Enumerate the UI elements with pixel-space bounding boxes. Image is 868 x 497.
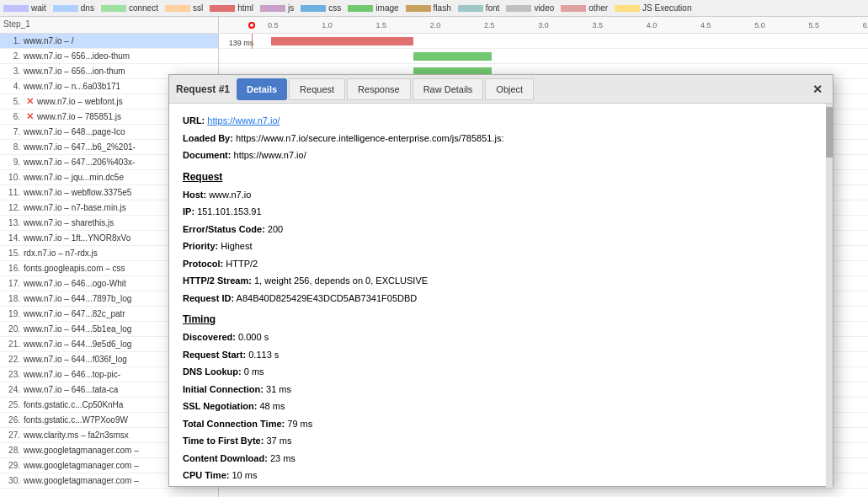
timeline-header: Step_1 0.51.01.52.02.53.03.54.04.55.05.5… — [0, 17, 868, 34]
request-id-value: A84B40D825429E43DCD5AB7341F05DBD — [237, 293, 418, 303]
modal-dialog: Request #1 Details Request Response Raw … — [168, 74, 833, 487]
legend-item-image: image — [348, 3, 398, 13]
legend-color-font — [458, 5, 483, 12]
timeline-ticks: 0.51.01.52.02.53.03.54.04.55.05.56.0 — [219, 17, 868, 33]
legend-color-js — [260, 5, 285, 12]
row-number: 26. — [0, 415, 24, 425]
request-start-line: Request Start: 0.113 s — [183, 348, 819, 362]
timeline-row — [219, 49, 868, 64]
legend-color-html — [210, 5, 235, 12]
legend-color-video — [506, 5, 531, 12]
row-name: www.n7.io – 656...ideo-thum — [24, 51, 218, 61]
url-line: URL: https://www.n7.io/ — [183, 114, 819, 128]
row-number: 29. — [0, 461, 24, 470]
ttfb-value: 37 ms — [266, 436, 291, 446]
row-number: 7. — [0, 127, 24, 136]
legend-label-dns: dns — [81, 3, 94, 13]
total-conn-label: Total Connection Time: — [183, 419, 285, 429]
row-name: www.n7.io – / — [24, 36, 218, 45]
tab-raw-details[interactable]: Raw Details — [413, 78, 484, 100]
legend-item-video: video — [506, 3, 554, 13]
ttfb-label: Time to First Byte: — [183, 436, 264, 446]
loaded-by-label: Loaded By: — [183, 133, 233, 143]
tick-0.5: 0.5 — [268, 21, 279, 29]
request-start-value: 0.113 s — [248, 350, 279, 360]
tick-1.0: 1.0 — [322, 21, 333, 29]
tab-details[interactable]: Details — [237, 78, 287, 100]
legend-label-js: js — [288, 3, 294, 13]
legend-item-html: html — [210, 3, 253, 13]
legend-label-ssl: ssl — [193, 3, 203, 13]
request-start-label: Request Start: — [183, 350, 246, 360]
error-label: Error/Status Code: — [183, 224, 265, 234]
timing-line — [252, 34, 253, 49]
row-number: 2. — [0, 51, 24, 61]
legend-color-css — [301, 5, 326, 12]
url-label: URL: — [183, 115, 205, 126]
legend-color-wait — [3, 5, 29, 12]
list-item[interactable]: 1.www.n7.io – / — [0, 34, 218, 49]
total-conn-line: Total Connection Time: 79 ms — [183, 417, 819, 431]
tick-3.0: 3.0 — [538, 21, 549, 29]
list-item[interactable]: 2.www.n7.io – 656...ideo-thum — [0, 49, 218, 64]
host-value: www.n7.io — [209, 190, 251, 200]
row-number: 20. — [0, 324, 24, 334]
legend-item-css: css — [301, 3, 341, 13]
row-number: 27. — [0, 430, 24, 440]
legend-item-flash: flash — [406, 3, 451, 13]
legend-item-js: js — [260, 3, 294, 13]
step-label: Step_1 — [0, 17, 219, 33]
ssl-line: SSL Negotiation: 48 ms — [183, 399, 819, 414]
row-number: 1. — [0, 36, 24, 45]
request-bar: 139 ms — [271, 37, 414, 45]
host-line: Host: www.n7.io — [183, 188, 819, 202]
request-id-line: Request ID: A84B40D825429E43DCD5AB7341F0… — [183, 291, 819, 306]
priority-label: Priority: — [183, 241, 218, 251]
row-number: 22. — [0, 355, 24, 364]
tick-5.5: 5.5 — [808, 21, 819, 29]
legend-color-image — [348, 5, 373, 12]
tick-1.5: 1.5 — [375, 21, 386, 29]
http2-line: HTTP/2 Stream: 1, weight 256, depends on… — [183, 274, 819, 288]
ip-line: IP: 151.101.153.91 — [183, 205, 819, 219]
timeline-row: 139 ms — [219, 34, 868, 49]
error-icon: ✕ — [24, 96, 35, 108]
modal-body: URL: https://www.n7.io/ Loaded By: https… — [169, 104, 833, 486]
ssl-label: SSL Negotiation: — [183, 401, 257, 411]
row-number: 19. — [0, 309, 24, 318]
start-marker — [248, 22, 255, 29]
modal-close-button[interactable]: ✕ — [809, 81, 826, 98]
host-label: Host: — [183, 190, 206, 200]
tick-4.5: 4.5 — [700, 21, 711, 29]
ssl-value: 48 ms — [259, 401, 285, 411]
error-icon: ✕ — [24, 111, 35, 123]
document-value: https://www.n7.io/ — [234, 150, 306, 160]
legend-label-other: other — [588, 3, 608, 13]
row-number: 16. — [0, 264, 24, 273]
modal-scrollbar-thumb[interactable] — [826, 107, 833, 158]
protocol-label: Protocol: — [183, 259, 223, 269]
request-bar — [413, 52, 492, 61]
discovered-label: Discovered: — [183, 332, 236, 342]
legend-color-ssl — [165, 5, 190, 12]
url-value[interactable]: https://www.n7.io/ — [207, 115, 280, 126]
modal-scrollbar[interactable] — [826, 104, 833, 488]
tab-request[interactable]: Request — [289, 78, 345, 100]
error-line: Error/Status Code: 200 — [183, 222, 819, 237]
row-number: 8. — [0, 142, 24, 152]
initial-conn-value: 31 ms — [266, 384, 291, 394]
legend-label-image: image — [375, 3, 398, 13]
tab-object[interactable]: Object — [485, 78, 534, 100]
tick-6.0: 6.0 — [863, 21, 868, 29]
tab-response[interactable]: Response — [347, 78, 411, 100]
protocol-value: HTTP/2 — [226, 259, 258, 269]
row-number: 21. — [0, 339, 24, 349]
http2-label: HTTP/2 Stream: — [183, 275, 252, 286]
ttfb-line: Time to First Byte: 37 ms — [183, 434, 819, 448]
dns-line: DNS Lookup: 0 ms — [183, 365, 819, 379]
cpu-line: CPU Time: 10 ms — [183, 468, 819, 483]
tick-4.0: 4.0 — [647, 21, 658, 29]
row-number: 11. — [0, 188, 24, 197]
http2-value: 1, weight 256, depends on 0, EXCLUSIVE — [254, 275, 428, 286]
legend-color-dns — [53, 5, 78, 12]
